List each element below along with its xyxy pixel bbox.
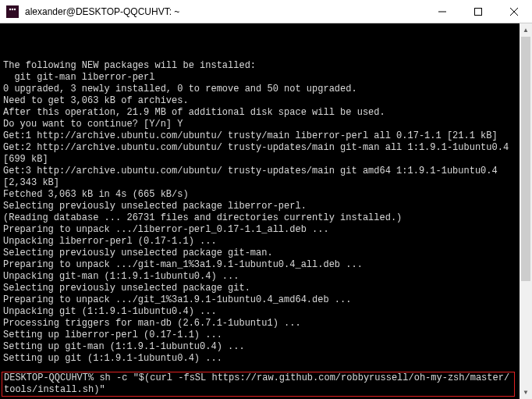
minimize-button[interactable] <box>424 0 460 23</box>
scroll-down-arrow-icon[interactable]: ▼ <box>520 386 532 399</box>
terminal-line: Preparing to unpack .../git_1%3a1.9.1-1u… <box>3 294 513 306</box>
close-button[interactable] <box>496 0 532 23</box>
terminal-line: Unpacking git (1:1.9.1-1ubuntu0.4) ... <box>3 306 513 318</box>
highlighted-command: DESKTOP-QQCUHVT% sh -c "$(curl -fsSL htt… <box>2 372 515 397</box>
terminal-area[interactable]: The following NEW packages will be insta… <box>0 23 532 399</box>
scroll-thumb[interactable] <box>521 37 530 281</box>
svg-point-1 <box>9 8 11 9</box>
terminal-line: After this operation, 21.9 MB of additio… <box>3 107 513 119</box>
terminal-line: The following NEW packages will be insta… <box>3 60 513 72</box>
svg-rect-0 <box>6 5 19 18</box>
terminal-line: Selecting previously unselected package … <box>3 248 513 259</box>
terminal-line: Unpacking git-man (1:1.9.1-1ubuntu0.4) .… <box>3 271 513 283</box>
terminal-line: Get:3 http://archive.ubuntu.com/ubuntu/ … <box>3 166 513 189</box>
scroll-track[interactable] <box>520 37 532 386</box>
terminal-line: Do you want to continue? [Y/n] Y <box>3 119 513 130</box>
terminal-line: Selecting previously unselected package … <box>3 283 513 294</box>
terminal-line: Setting up git-man (1:1.9.1-1ubuntu0.4) … <box>3 341 513 353</box>
terminal-line: git git-man liberror-perl <box>3 72 513 84</box>
window-title: alexander@DESKTOP-QQCUHVT: ~ <box>25 6 424 17</box>
terminal-line: Get:2 http://archive.ubuntu.com/ubuntu/ … <box>3 142 513 166</box>
terminal-line: Fetched 3,063 kB in 4s (665 kB/s) <box>3 189 513 201</box>
svg-point-3 <box>14 8 16 9</box>
terminal-line: Selecting previously unselected package … <box>3 201 513 212</box>
terminal-line: Setting up git (1:1.9.1-1ubuntu0.4) ... <box>3 353 513 365</box>
terminal-output[interactable]: The following NEW packages will be insta… <box>0 23 516 398</box>
terminal-line: Need to get 3,063 kB of archives. <box>3 95 513 107</box>
terminal-line: Preparing to unpack .../liberror-perl_0.… <box>3 224 513 236</box>
window-controls <box>424 0 532 23</box>
terminal-line: Preparing to unpack .../git-man_1%3a1.9.… <box>3 259 513 271</box>
app-icon <box>6 5 19 18</box>
terminal-line: Unpacking liberror-perl (0.17-1.1) ... <box>3 236 513 248</box>
svg-point-2 <box>12 8 13 9</box>
terminal-line: Setting up liberror-perl (0.17-1.1) ... <box>3 330 513 341</box>
terminal-line: Processing triggers for man-db (2.6.7.1-… <box>3 318 513 330</box>
terminal-line: 0 upgraded, 3 newly installed, 0 to remo… <box>3 84 513 95</box>
terminal-line: Get:1 http://archive.ubuntu.com/ubuntu/ … <box>3 130 513 142</box>
maximize-button[interactable] <box>460 0 496 23</box>
svg-rect-5 <box>475 8 482 15</box>
terminal-line: (Reading database ... 26731 files and di… <box>3 212 513 224</box>
scroll-up-arrow-icon[interactable]: ▲ <box>520 23 532 37</box>
vertical-scrollbar[interactable]: ▲ ▼ <box>520 23 532 399</box>
window-titlebar: alexander@DESKTOP-QQCUHVT: ~ <box>0 0 532 23</box>
